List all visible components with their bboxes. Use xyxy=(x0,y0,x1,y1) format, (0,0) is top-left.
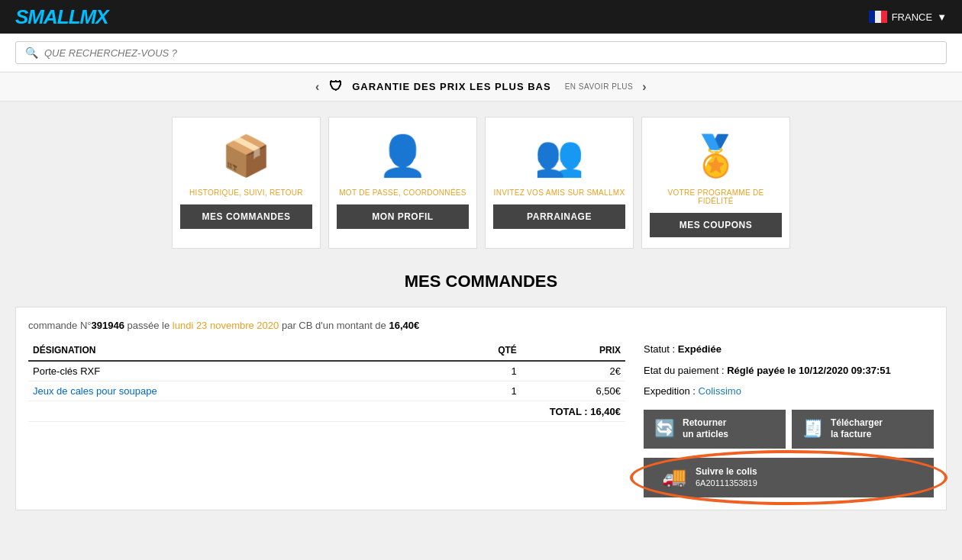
table-row: Jeux de cales pour soupape 1 6,50€ xyxy=(28,381,625,401)
france-flag-icon xyxy=(869,11,887,23)
product-name-2[interactable]: Jeux de cales pour soupape xyxy=(28,381,436,401)
country-selector[interactable]: FRANCE ▼ xyxy=(869,11,947,23)
col-price: PRIX xyxy=(521,342,625,361)
status-label: Statut : xyxy=(644,343,678,355)
coupons-button[interactable]: MES COUPONS xyxy=(650,213,782,237)
col-qty: QTÉ xyxy=(436,342,521,361)
invoice-button[interactable]: 🧾 Télécharger la facture xyxy=(792,410,934,449)
invoice-icon: 🧾 xyxy=(802,419,823,439)
product-name-1: Porte-clés RXF xyxy=(28,361,436,381)
track-button[interactable]: 🚚 Suivre le colis 6A20111353819 xyxy=(644,458,934,497)
country-label: FRANCE xyxy=(892,11,932,23)
section-title: MES COMMANDES xyxy=(15,272,947,291)
status-value: Expédiée xyxy=(678,343,722,355)
expedition-value: Colissimo xyxy=(699,385,741,397)
profile-icon: 👤 xyxy=(378,133,428,179)
svg-rect-2 xyxy=(881,11,887,23)
logo: SMALLMX xyxy=(15,5,108,29)
order-body: DÉSIGNATION QTÉ PRIX Porte-clés RXF 1 2€… xyxy=(28,342,934,497)
prev-arrow-icon[interactable]: ‹ xyxy=(315,80,320,94)
next-arrow-icon[interactable]: › xyxy=(642,80,647,94)
order-total: TOTAL : 16,40€ xyxy=(28,401,625,422)
product-qty-1: 1 xyxy=(436,361,521,381)
order-prefix: commande N° xyxy=(28,320,92,331)
track-wrapper: 🚚 Suivre le colis 6A20111353819 xyxy=(644,458,934,497)
order-number: 391946 xyxy=(92,320,124,331)
order-payment-status: Etat du paiement : Réglé payée le 10/12/… xyxy=(644,363,934,378)
profile-subtitle: MOT DE PASSE, COORDONNÉES xyxy=(339,188,466,197)
order-actions: 🔄 Retourner un articles 🧾 Télécharger la… xyxy=(644,410,934,497)
orders-subtitle: HISTORIQUE, SUIVI, RETOUR xyxy=(189,188,303,197)
coupons-subtitle: VOTRE PROGRAMME DE FIDÉLITÉ xyxy=(650,188,782,205)
tile-coupons[interactable]: 🏅 VOTRE PROGRAMME DE FIDÉLITÉ MES COUPON… xyxy=(641,117,790,249)
search-input[interactable] xyxy=(44,47,937,59)
order-info: Statut : Expédiée Etat du paiement : Rég… xyxy=(644,342,934,497)
action-row-top: 🔄 Retourner un articles 🧾 Télécharger la… xyxy=(644,410,934,449)
account-tiles: 📦 HISTORIQUE, SUIVI, RETOUR MES COMMANDE… xyxy=(15,117,947,249)
price-guarantee-bar: ‹ 🛡 GARANTIE DES PRIX LES PLUS BAS EN SA… xyxy=(0,72,962,101)
search-bar: 🔍 xyxy=(0,34,962,72)
referral-icon: 👥 xyxy=(534,133,584,179)
price-guarantee-sub[interactable]: EN SAVOIR PLUS xyxy=(565,82,634,91)
payment-label: Etat du paiement : xyxy=(644,365,727,376)
profile-button[interactable]: MON PROFIL xyxy=(337,204,469,229)
chevron-down-icon: ▼ xyxy=(937,11,947,23)
col-designation: DÉSIGNATION xyxy=(28,342,436,361)
svg-rect-0 xyxy=(869,11,875,23)
tile-profile[interactable]: 👤 MOT DE PASSE, COORDONNÉES MON PROFIL xyxy=(328,117,477,249)
top-nav: SMALLMX FRANCE ▼ xyxy=(0,0,962,34)
return-icon: 🔄 xyxy=(654,419,675,439)
order-card: commande N°391946 passée le lundi 23 nov… xyxy=(15,307,947,510)
referral-subtitle: INVITEZ VOS AMIS SUR SMALLMX xyxy=(494,188,625,197)
orders-icon: 📦 xyxy=(221,133,271,179)
track-label: Suivre le colis 6A20111353819 xyxy=(696,465,757,490)
table-row: Porte-clés RXF 1 2€ xyxy=(28,361,625,381)
search-wrapper: 🔍 xyxy=(15,41,947,64)
coupons-icon: 🏅 xyxy=(691,133,741,179)
tile-referral[interactable]: 👥 INVITEZ VOS AMIS SUR SMALLMX PARRAINAG… xyxy=(485,117,634,249)
orders-button[interactable]: MES COMMANDES xyxy=(180,204,312,229)
expedition-label: Expedition : xyxy=(644,385,699,397)
payment-value: Réglé payée le 10/12/2020 09:37:51 xyxy=(727,365,891,376)
return-label: Retourner un articles xyxy=(683,417,728,441)
logo-accent: X xyxy=(95,5,108,28)
order-payment-text: par CB d'un montant de xyxy=(282,320,389,331)
return-button[interactable]: 🔄 Retourner un articles xyxy=(644,410,786,449)
order-table: DÉSIGNATION QTÉ PRIX Porte-clés RXF 1 2€… xyxy=(28,342,625,497)
shield-icon: 🛡 xyxy=(329,79,344,95)
order-header: commande N°391946 passée le lundi 23 nov… xyxy=(28,320,934,331)
product-price-1: 2€ xyxy=(521,361,625,381)
product-price-2: 6,50€ xyxy=(521,381,625,401)
order-status: Statut : Expédiée xyxy=(644,342,934,357)
search-icon: 🔍 xyxy=(25,47,38,59)
main-content: 📦 HISTORIQUE, SUIVI, RETOUR MES COMMANDE… xyxy=(0,101,962,541)
truck-icon: 🚚 xyxy=(662,465,686,489)
product-qty-2: 1 xyxy=(436,381,521,401)
order-amount: 16,40€ xyxy=(389,320,419,331)
order-expedition: Expedition : Colissimo xyxy=(644,384,934,399)
price-guarantee-label: GARANTIE DES PRIX LES PLUS BAS xyxy=(352,81,550,92)
invoice-label: Télécharger la facture xyxy=(831,417,883,441)
order-date[interactable]: lundi 23 novembre 2020 xyxy=(173,320,279,331)
logo-main: SMALLM xyxy=(15,5,95,28)
order-passee: passée le xyxy=(128,320,173,331)
tile-orders[interactable]: 📦 HISTORIQUE, SUIVI, RETOUR MES COMMANDE… xyxy=(172,117,321,249)
svg-rect-1 xyxy=(875,11,881,23)
referral-button[interactable]: PARRAINAGE xyxy=(493,204,625,229)
